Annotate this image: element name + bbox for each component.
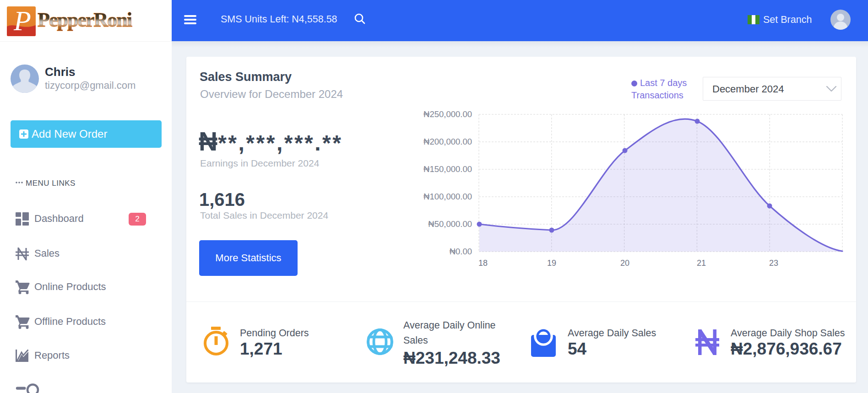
svg-text:21: 21 <box>697 258 706 268</box>
svg-text:₦250,000.00: ₦250,000.00 <box>423 109 472 119</box>
svg-text:₦200,000.00: ₦200,000.00 <box>423 137 472 146</box>
svg-text:₦150,000.00: ₦150,000.00 <box>423 164 472 174</box>
svg-text:P: P <box>13 6 31 36</box>
svg-text:20: 20 <box>620 258 629 268</box>
svg-text:₦0.00: ₦0.00 <box>450 247 472 256</box>
svg-text:PepperRoni: PepperRoni <box>38 9 132 31</box>
svg-text:19: 19 <box>547 258 556 268</box>
svg-text:₦100,000.00: ₦100,000.00 <box>423 192 472 201</box>
svg-text:₦50,000.00: ₦50,000.00 <box>428 219 472 229</box>
svg-text:23: 23 <box>769 258 778 268</box>
svg-text:18: 18 <box>478 258 488 268</box>
